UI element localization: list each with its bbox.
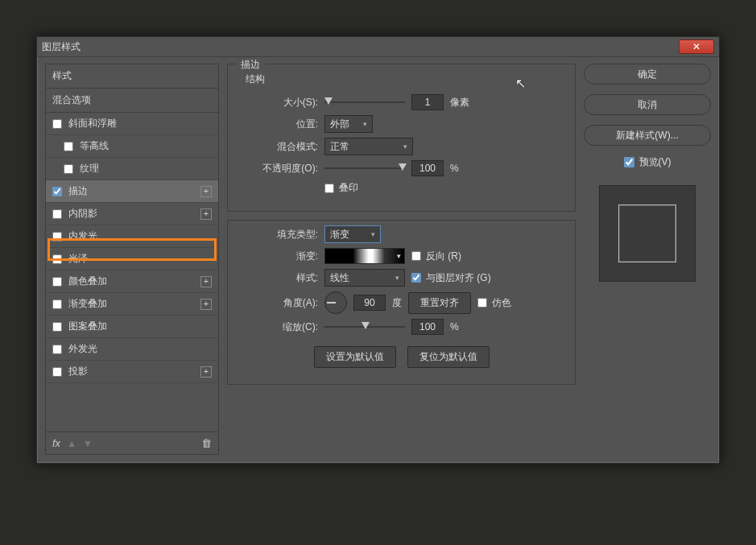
style-label: 描边	[68, 184, 88, 198]
style-checkbox[interactable]	[64, 164, 73, 174]
close-icon: ✕	[692, 41, 700, 52]
chevron-down-icon: ▾	[371, 230, 375, 238]
style-item-3[interactable]: 描边+	[46, 180, 218, 203]
style-label: 等高线	[80, 139, 109, 153]
style-label: 内阴影	[68, 207, 97, 221]
blend-mode-dropdown[interactable]: 正常▾	[324, 138, 413, 155]
style-checkbox[interactable]	[52, 232, 62, 242]
opacity-slider[interactable]	[324, 162, 405, 175]
style-item-9[interactable]: 图案叠加	[46, 316, 218, 338]
reverse-checkbox[interactable]: 反向 (R)	[411, 250, 461, 263]
plus-icon[interactable]: +	[200, 186, 212, 197]
chevron-down-icon: ▾	[363, 120, 367, 128]
dialog-title: 图层样式	[42, 40, 81, 54]
style-item-1[interactable]: 等高线	[46, 135, 218, 158]
opacity-input[interactable]	[411, 160, 444, 176]
preview-rect	[618, 204, 676, 262]
style-checkbox[interactable]	[52, 367, 62, 377]
gradient-label: 渐变:	[238, 250, 318, 263]
angle-input[interactable]	[353, 295, 386, 311]
fill-type-label: 填充类型:	[238, 228, 318, 242]
gradient-swatch[interactable]: ▾	[324, 248, 405, 264]
set-default-button[interactable]: 设置为默认值	[314, 346, 396, 368]
style-label: 颜色叠加	[68, 275, 107, 288]
blending-options[interactable]: 混合选项	[46, 89, 218, 113]
style-checkbox[interactable]	[52, 345, 62, 354]
position-label: 位置:	[238, 118, 318, 131]
style-item-8[interactable]: 渐变叠加+	[46, 293, 218, 316]
move-down-icon[interactable]: ▼	[83, 438, 93, 449]
style-item-10[interactable]: 外发光	[46, 338, 218, 361]
chevron-down-icon: ▾	[395, 274, 399, 282]
position-dropdown[interactable]: 外部▾	[324, 115, 373, 133]
reset-default-button[interactable]: 复位为默认值	[407, 346, 490, 368]
style-label: 斜面和浮雕	[68, 117, 117, 130]
chevron-down-icon: ▾	[397, 252, 401, 260]
style-item-11[interactable]: 投影+	[46, 361, 218, 383]
align-layer-checkbox[interactable]: 与图层对齐 (G)	[411, 271, 491, 285]
main-panel: 描边 结构 大小(S): 像素 位置: 外部▾ 混合模式: 正常▾	[227, 64, 576, 455]
scale-unit: %	[450, 321, 459, 332]
overprint-checkbox[interactable]: 叠印	[324, 181, 358, 195]
size-input[interactable]	[411, 94, 444, 110]
preview-checkbox[interactable]: 预览(V)	[584, 155, 711, 169]
angle-label: 角度(A):	[238, 296, 318, 310]
sidebar-footer: fx ▲ ▼ 🗑	[46, 431, 218, 454]
size-slider[interactable]	[324, 96, 405, 109]
style-item-5[interactable]: 内发光	[46, 225, 218, 248]
fieldset-title: 描边	[236, 58, 265, 72]
scale-slider[interactable]	[324, 320, 405, 333]
layer-style-dialog: ↖ 图层样式 ✕ 样式 混合选项 斜面和浮雕等高线纹理描边+内阴影+内发光光泽颜…	[36, 36, 720, 464]
cancel-button[interactable]: 取消	[584, 94, 711, 115]
style-checkbox[interactable]	[52, 299, 62, 309]
dither-checkbox[interactable]: 仿色	[477, 296, 511, 310]
move-up-icon[interactable]: ▲	[67, 438, 76, 449]
fx-icon[interactable]: fx	[52, 437, 60, 449]
style-label: 图案叠加	[68, 320, 107, 333]
blend-mode-label: 混合模式:	[238, 140, 318, 154]
angle-dial[interactable]	[324, 291, 347, 314]
style-label: 内发光	[68, 229, 97, 243]
plus-icon[interactable]: +	[200, 366, 212, 378]
scale-input[interactable]	[411, 319, 444, 335]
style-label: 投影	[68, 365, 88, 378]
style-checkbox[interactable]	[52, 322, 62, 332]
style-checkbox[interactable]	[52, 119, 62, 129]
reset-align-button[interactable]: 重置对齐	[408, 292, 471, 314]
preview-box	[599, 185, 696, 282]
gradient-style-dropdown[interactable]: 线性▾	[324, 269, 405, 287]
close-button[interactable]: ✕	[679, 39, 714, 54]
style-checkbox[interactable]	[52, 187, 62, 196]
style-item-6[interactable]: 光泽	[46, 248, 218, 270]
sidebar-header[interactable]: 样式	[46, 64, 218, 89]
style-checkbox[interactable]	[64, 142, 73, 151]
opacity-unit: %	[450, 163, 459, 174]
right-column: 确定 取消 新建样式(W)... 预览(V)	[584, 64, 711, 455]
angle-unit: 度	[392, 296, 402, 310]
style-item-2[interactable]: 纹理	[46, 158, 218, 180]
plus-icon[interactable]: +	[200, 209, 212, 220]
structure-label: 结构	[238, 72, 565, 86]
style-checkbox[interactable]	[52, 209, 62, 219]
titlebar: 图层样式 ✕	[37, 37, 719, 57]
style-item-4[interactable]: 内阴影+	[46, 203, 218, 225]
chevron-down-icon: ▾	[403, 142, 407, 151]
plus-icon[interactable]: +	[200, 299, 212, 310]
trash-icon[interactable]: 🗑	[201, 437, 212, 449]
style-item-0[interactable]: 斜面和浮雕	[46, 113, 218, 135]
ok-button[interactable]: 确定	[584, 64, 711, 85]
fill-type-dropdown[interactable]: 渐变▾	[324, 225, 381, 243]
style-item-7[interactable]: 颜色叠加+	[46, 270, 218, 293]
style-label: 外发光	[68, 342, 97, 356]
style-label: 渐变叠加	[68, 297, 107, 311]
styles-sidebar: 样式 混合选项 斜面和浮雕等高线纹理描边+内阴影+内发光光泽颜色叠加+渐变叠加+…	[45, 64, 219, 455]
style-checkbox[interactable]	[52, 277, 62, 287]
style-label: 纹理	[80, 162, 99, 175]
plus-icon[interactable]: +	[200, 276, 212, 287]
style-label: 光泽	[68, 252, 88, 266]
scale-label: 缩放(C):	[238, 320, 318, 334]
style-checkbox[interactable]	[52, 254, 62, 264]
new-style-button[interactable]: 新建样式(W)...	[584, 125, 711, 146]
style-label: 样式:	[238, 271, 318, 285]
fill-fieldset: 填充类型: 渐变▾ 渐变: ▾ 反向 (R) 样式: 线性▾ 与图层对齐 (G)…	[227, 220, 576, 385]
